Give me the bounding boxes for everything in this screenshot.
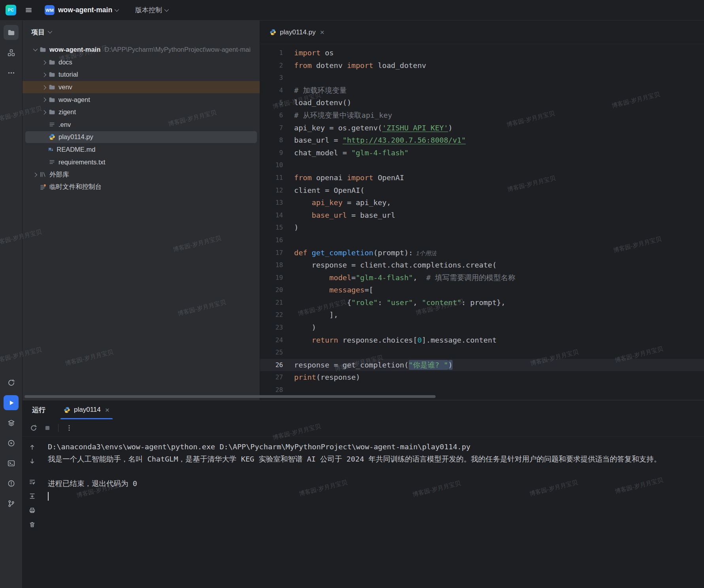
line-number: 17 xyxy=(260,247,294,259)
chevron-down-icon[interactable] xyxy=(45,28,54,36)
code-line: 28 xyxy=(260,384,704,396)
tree-row[interactable]: .env xyxy=(23,119,260,131)
folder-icon xyxy=(49,84,55,90)
tree-row[interactable]: 外部库 xyxy=(23,168,260,181)
editor-tab-play0114[interactable]: play0114.py × xyxy=(266,21,328,44)
more-options-button[interactable] xyxy=(63,422,75,434)
terminal-button[interactable] xyxy=(4,456,19,471)
token: def xyxy=(294,249,307,257)
vcs-menu[interactable]: 版本控制 xyxy=(135,6,162,15)
code-line: 27print(response) xyxy=(260,371,704,384)
services-button[interactable] xyxy=(4,415,19,430)
project-name[interactable]: wow-agent-main xyxy=(58,6,112,14)
run-anything-button[interactable] xyxy=(4,435,19,450)
close-icon[interactable]: × xyxy=(320,28,324,36)
code-line: 15) xyxy=(260,221,704,234)
stop-button[interactable] xyxy=(42,422,53,434)
chevron-down-icon[interactable] xyxy=(162,6,171,15)
token xyxy=(294,211,312,219)
token xyxy=(294,198,312,207)
line-number: 10 xyxy=(260,159,294,172)
python-packages-icon xyxy=(8,379,15,386)
chevron-down-icon[interactable] xyxy=(112,6,121,15)
tree-item-name: wow-agent xyxy=(59,96,90,104)
code-line: 19 model="glm-4-flash", # 填写需要调用的模型名称 xyxy=(260,271,704,284)
chevron-right-icon[interactable] xyxy=(40,83,49,92)
more-tools-button[interactable] xyxy=(4,65,19,80)
code-line: 18 response = client.chat.completions.cr… xyxy=(260,259,704,271)
code-text: def get_completion(prompt): 1个用法 xyxy=(294,247,704,259)
python-packages-button[interactable] xyxy=(4,375,19,390)
library-icon xyxy=(40,171,46,178)
chevron-right-icon[interactable] xyxy=(40,108,49,117)
chevron-right-icon[interactable] xyxy=(40,58,49,66)
chevron-right-icon[interactable] xyxy=(40,95,49,104)
run-tool-button[interactable] xyxy=(4,395,19,410)
clear-all-button[interactable] xyxy=(26,519,38,530)
main-menu-button[interactable] xyxy=(22,4,35,17)
scroll-up-button[interactable] xyxy=(26,441,38,452)
project-tool-button[interactable] xyxy=(4,25,19,40)
print-icon xyxy=(29,507,36,514)
structure-icon xyxy=(8,49,15,57)
token: model xyxy=(329,273,351,282)
file-lines-icon xyxy=(49,121,55,128)
titlebar: PC WM wow-agent-main 版本控制 xyxy=(0,0,704,21)
console-line: 我是一个人工智能助手，名叫 ChatGLM，是基于清华大学 KEG 实验室和智谱… xyxy=(48,453,695,465)
code-text: chat_model = "glm-4-flash" xyxy=(294,147,704,159)
chevron-down-icon[interactable] xyxy=(31,45,40,54)
line-number: 18 xyxy=(260,259,294,271)
run-icon xyxy=(8,399,15,407)
run-tab-play0114[interactable]: play0114 × xyxy=(60,400,113,419)
soft-wrap-button[interactable] xyxy=(26,476,38,487)
folder-icon xyxy=(49,71,55,78)
tree-row[interactable]: wow-agent-mainD:\APP\Pycharm\MyPythonPro… xyxy=(23,43,260,56)
code-text: ], xyxy=(294,309,704,321)
layers-icon xyxy=(8,419,15,427)
version-control-button[interactable] xyxy=(4,496,19,511)
scroll-to-end-button[interactable] xyxy=(26,490,38,501)
chevron-right-icon[interactable] xyxy=(40,70,49,79)
python-icon xyxy=(49,134,55,140)
structure-tool-button[interactable] xyxy=(4,45,19,60)
token: get_completion xyxy=(312,249,374,257)
token: , xyxy=(413,273,426,282)
python-icon xyxy=(64,407,70,413)
token: # 从环境变量中读取api_key xyxy=(294,111,392,119)
token xyxy=(294,336,312,344)
code-line: 26response = get_completion("你是谁? ") xyxy=(260,359,704,371)
project-panel: 项目 wow-agent-mainD:\APP\Pycharm\MyPython… xyxy=(23,21,260,400)
tree-item-name: 临时文件和控制台 xyxy=(49,183,102,191)
code-text: # 加载环境变量 xyxy=(294,84,704,97)
problems-button[interactable] xyxy=(4,476,19,491)
print-button[interactable] xyxy=(26,505,38,516)
token: "user" xyxy=(387,298,413,307)
code-line: 22 ], xyxy=(260,309,704,321)
tree-row[interactable]: tutorial xyxy=(23,68,260,81)
code-editor[interactable]: 1import os2from dotenv import load_doten… xyxy=(260,44,704,400)
editor-tabbar: play0114.py × xyxy=(260,21,704,44)
chevron-right-icon[interactable] xyxy=(31,170,40,179)
horizontal-scrollbar[interactable] xyxy=(25,395,436,398)
token: import xyxy=(294,49,321,57)
rerun-button[interactable] xyxy=(28,422,40,434)
scroll-down-button[interactable] xyxy=(26,456,38,467)
tree-row[interactable]: M↓README.md xyxy=(23,143,260,156)
folder-icon xyxy=(49,59,55,66)
line-number: 4 xyxy=(260,84,294,97)
tree-row[interactable]: requirements.txt xyxy=(23,156,260,168)
close-icon[interactable]: × xyxy=(105,406,109,414)
token: os xyxy=(321,49,334,57)
tree-row[interactable]: docs xyxy=(23,56,260,69)
tree-item-name: wow-agent-main xyxy=(49,46,100,53)
tree-row[interactable]: zigent xyxy=(23,106,260,119)
tree-row[interactable]: venv xyxy=(23,81,260,94)
code-line: 13 api_key = api_key, xyxy=(260,196,704,209)
tree-row[interactable]: 临时文件和控制台 xyxy=(23,181,260,194)
tree-row[interactable]: wow-agent xyxy=(23,93,260,106)
code-line: 14 base_url = base_url xyxy=(260,209,704,222)
project-panel-title: 项目 xyxy=(31,28,45,37)
tree-item-name: zigent xyxy=(59,108,76,116)
tree-row[interactable]: play0114.py xyxy=(23,131,260,143)
token: from xyxy=(294,61,312,70)
